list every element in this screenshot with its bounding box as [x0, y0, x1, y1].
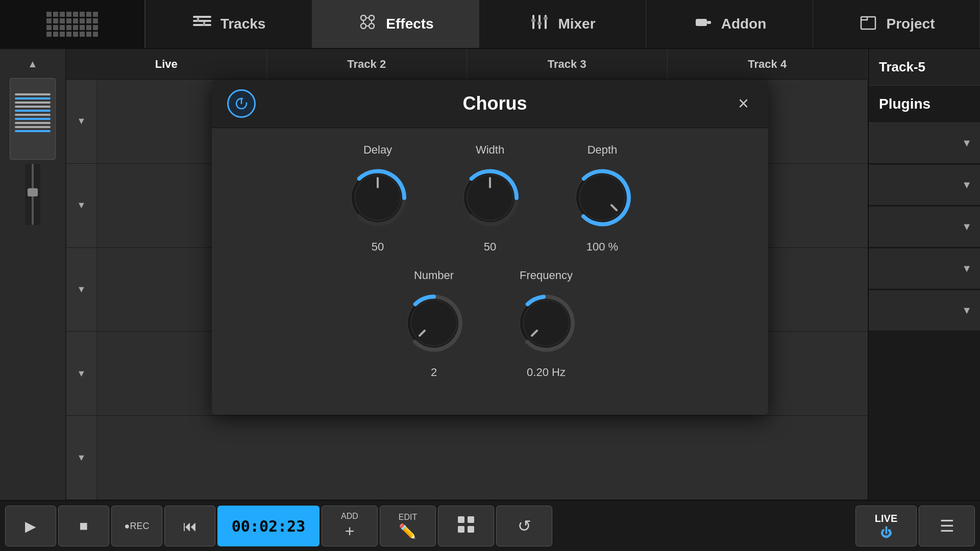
svg-rect-47 — [468, 526, 474, 533]
svg-rect-21 — [861, 17, 875, 29]
svg-rect-16 — [531, 19, 535, 22]
nav-tab-addon[interactable]: Addon — [646, 0, 813, 48]
svg-point-34 — [580, 175, 625, 220]
stop-icon: ■ — [80, 518, 88, 534]
svg-rect-20 — [707, 21, 711, 24]
svg-rect-0 — [193, 16, 211, 18]
chorus-close-button[interactable]: × — [734, 89, 753, 118]
live-button[interactable]: LIVE ⏻ — [855, 506, 917, 546]
delay-knob-container: Delay — [342, 143, 413, 254]
modal-overlay: Chorus × Delay — [0, 49, 980, 500]
frequency-knob[interactable] — [510, 287, 582, 359]
nav-tab-effects[interactable]: Effects — [312, 0, 479, 48]
menu-button[interactable]: ☰ — [919, 506, 975, 546]
svg-rect-4 — [203, 22, 205, 26]
nav-tab-project[interactable]: Project — [813, 0, 980, 48]
svg-rect-44 — [458, 516, 464, 523]
number-knob[interactable] — [398, 287, 470, 359]
edit-label: EDIT — [399, 513, 417, 522]
mixer-icon — [529, 12, 550, 37]
add-label: ADD — [341, 512, 358, 521]
play-icon: ▶ — [25, 518, 36, 535]
live-label: LIVE — [875, 513, 897, 524]
svg-point-38 — [411, 300, 456, 345]
tracks-icon — [192, 12, 212, 37]
svg-point-42 — [524, 300, 569, 345]
app-logo — [0, 0, 145, 48]
width-knob[interactable] — [454, 162, 526, 233]
effects-icon — [357, 12, 378, 37]
main-area: ▲ Live Track 2 Track 3 — [0, 49, 980, 500]
svg-rect-19 — [696, 19, 707, 26]
live-power-icon: ⏻ — [880, 527, 892, 540]
chorus-power-button[interactable] — [227, 89, 256, 118]
svg-point-7 — [361, 23, 366, 29]
add-button[interactable]: ADD + — [322, 506, 378, 546]
edit-icon: ✏️ — [399, 523, 416, 540]
delay-value: 50 — [372, 240, 384, 254]
edit-button[interactable]: EDIT ✏️ — [380, 506, 436, 546]
play-button[interactable]: ▶ — [5, 506, 56, 546]
effects-tab-label: Effects — [386, 16, 433, 32]
loop-icon: ↺ — [518, 516, 531, 536]
chorus-modal: Chorus × Delay — [212, 80, 768, 415]
svg-rect-18 — [544, 17, 548, 20]
mixer-tab-label: Mixer — [558, 16, 595, 32]
width-label: Width — [476, 143, 504, 157]
addon-tab-label: Addon — [721, 16, 767, 32]
rec-button[interactable]: ●REC — [111, 506, 162, 546]
time-display: 00:02:23 — [217, 506, 320, 546]
delay-knob[interactable] — [342, 162, 413, 233]
tracks-tab-label: Tracks — [220, 16, 266, 32]
number-knob-container: Number — [398, 269, 470, 379]
svg-rect-1 — [193, 20, 211, 22]
svg-rect-3 — [197, 18, 199, 22]
number-label: Number — [414, 269, 454, 282]
svg-point-8 — [369, 23, 374, 29]
depth-knob-container: Depth 100 % — [567, 143, 638, 254]
loop-button[interactable]: ↺ — [496, 506, 552, 546]
rewind-button[interactable]: ⏮ — [164, 506, 215, 546]
svg-rect-45 — [468, 516, 474, 523]
frequency-value: 0.20 Hz — [527, 366, 566, 379]
depth-knob[interactable] — [567, 162, 638, 233]
addon-icon — [693, 12, 713, 37]
width-knob-container: Width 50 — [454, 143, 526, 254]
stop-button[interactable]: ■ — [58, 506, 109, 546]
svg-rect-46 — [458, 526, 464, 533]
rec-icon: ●REC — [125, 521, 150, 532]
project-tab-label: Project — [887, 16, 935, 32]
rewind-icon: ⏮ — [183, 518, 197, 535]
modal-header: Chorus × — [212, 80, 768, 128]
depth-value: 100 % — [586, 240, 618, 254]
menu-icon: ☰ — [940, 516, 954, 536]
svg-point-6 — [369, 15, 374, 20]
svg-rect-2 — [193, 24, 211, 26]
nav-tab-tracks[interactable]: Tracks — [145, 0, 312, 48]
svg-point-5 — [361, 15, 366, 20]
frequency-knob-container: Frequency — [510, 269, 582, 379]
nav-tab-mixer[interactable]: Mixer — [479, 0, 646, 48]
width-value: 50 — [484, 240, 496, 254]
grid-button[interactable] — [438, 506, 494, 546]
grid-icon — [456, 514, 476, 538]
depth-label: Depth — [587, 143, 618, 157]
delay-label: Delay — [363, 143, 392, 157]
modal-body: Delay — [212, 128, 768, 415]
top-nav: Tracks Effects — [0, 0, 980, 49]
frequency-label: Frequency — [520, 269, 573, 282]
knob-row-2: Number — [232, 269, 748, 379]
bottom-bar: ▶ ■ ●REC ⏮ 00:02:23 ADD + EDIT ✏️ — [0, 500, 980, 551]
knob-row-1: Delay — [232, 143, 748, 254]
chorus-title: Chorus — [462, 93, 527, 114]
project-icon — [858, 12, 878, 37]
number-value: 2 — [431, 366, 437, 379]
svg-rect-17 — [537, 22, 542, 25]
add-icon: + — [345, 522, 355, 541]
